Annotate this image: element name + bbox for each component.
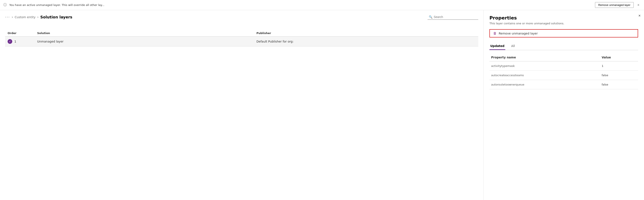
check-icon: ✓ xyxy=(8,39,12,44)
table-header: Order Solution Publisher xyxy=(5,30,478,37)
panel-title: Properties xyxy=(490,15,638,21)
left-panel: ··· › Custom entity › Solution layers 🔍 … xyxy=(0,10,484,200)
prop-value: false xyxy=(600,71,638,80)
breadcrumb: ··· › Custom entity › Solution layers xyxy=(5,15,72,19)
prop-value-header: Value xyxy=(600,54,638,61)
prop-row: autocreateaccessteamsfalse xyxy=(490,71,638,80)
prop-name-header: Property name xyxy=(490,54,600,61)
search-input[interactable] xyxy=(434,15,477,19)
breadcrumb-current: Solution layers xyxy=(40,15,72,19)
breadcrumb-sep-1: › xyxy=(12,15,13,19)
panel-close-btn[interactable]: × xyxy=(638,14,640,18)
search-icon: 🔍 xyxy=(429,15,432,19)
properties-table: Property name Value activitytypemask1aut… xyxy=(490,54,638,89)
prop-name: activitytypemask xyxy=(490,61,600,71)
notification-text: You have an active unmanaged layer. This… xyxy=(9,4,592,7)
remove-unmanaged-btn-notification[interactable]: Remove unmanaged layer xyxy=(595,2,634,8)
tab-updated[interactable]: Updated xyxy=(490,43,505,50)
notification-close-btn[interactable]: × xyxy=(636,3,640,8)
trash-icon: 🗑 xyxy=(493,31,496,35)
prop-row: activitytypemask1 xyxy=(490,61,638,71)
prop-value: false xyxy=(600,80,638,89)
panel-subtitle: This layer contains one or more unmanage… xyxy=(490,22,638,25)
row-publisher: Default Publisher for org: xyxy=(256,40,476,43)
prop-name: autocreateaccessteams xyxy=(490,71,600,80)
prop-value: 1 xyxy=(600,61,638,71)
tabs: Updated All xyxy=(490,43,638,50)
notification-bar: ⓘ You have an active unmanaged layer. Th… xyxy=(0,0,644,10)
row-solution: Unmanaged layer xyxy=(37,40,256,43)
breadcrumb-dots[interactable]: ··· xyxy=(5,15,10,19)
tab-all[interactable]: All xyxy=(510,43,516,50)
col-solution: Solution xyxy=(37,32,256,35)
order-cell: ✓ 1 xyxy=(8,39,37,44)
info-icon: ⓘ xyxy=(4,3,7,7)
main-area: ··· › Custom entity › Solution layers 🔍 … xyxy=(0,10,644,200)
table-row[interactable]: ✓ 1 Unmanaged layer Default Publisher fo… xyxy=(5,37,478,47)
prop-row: autoroutetoownerqueuefalse xyxy=(490,80,638,89)
header-row: ··· › Custom entity › Solution layers 🔍 xyxy=(5,14,478,25)
breadcrumb-sep-2: › xyxy=(37,15,38,19)
properties-panel: × Properties This layer contains one or … xyxy=(484,10,644,200)
col-order: Order xyxy=(8,32,37,35)
search-container[interactable]: 🔍 xyxy=(428,14,478,20)
col-publisher: Publisher xyxy=(256,32,476,35)
prop-name: autoroutetoownerqueue xyxy=(490,80,600,89)
remove-unmanaged-btn[interactable]: 🗑 Remove unmanaged layer xyxy=(490,29,638,37)
row-order: 1 xyxy=(14,40,16,43)
breadcrumb-parent[interactable]: Custom entity xyxy=(15,16,36,19)
remove-btn-label: Remove unmanaged layer xyxy=(499,32,538,35)
